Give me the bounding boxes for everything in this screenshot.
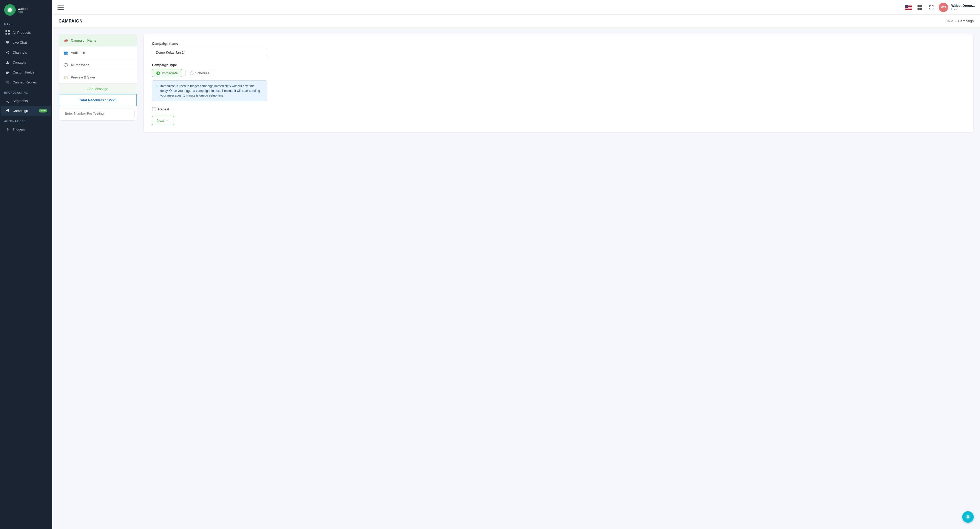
- channel-icon: [5, 50, 10, 55]
- sidebar-item-segments[interactable]: Segments: [1, 96, 51, 106]
- campaign-type-radio-group: Immediate Schedule: [152, 69, 965, 77]
- total-receivers-button[interactable]: Total Receivers : 12725: [59, 94, 137, 106]
- svg-rect-29: [920, 8, 922, 10]
- sidebar-item-all-products[interactable]: All Products: [1, 27, 51, 37]
- step-audience-label: Audience: [71, 51, 85, 55]
- user-role: User: [951, 8, 975, 11]
- header: WD Wabot Demo... User: [52, 0, 980, 14]
- add-message-button[interactable]: Add Message: [59, 83, 137, 94]
- content-area: 📣 Campaign Name 👥 Audience 💬 #1 Message …: [52, 28, 980, 139]
- sidebar-item-contacts[interactable]: Contacts: [1, 57, 51, 67]
- repeat-label: Repeat: [158, 107, 169, 111]
- campaign-icon: [5, 108, 10, 113]
- support-chat-button[interactable]: [962, 511, 974, 523]
- svg-rect-5: [5, 30, 7, 32]
- sidebar-item-label: Segments: [13, 99, 47, 103]
- svg-rect-8: [8, 33, 10, 35]
- svg-line-13: [7, 53, 8, 53]
- sidebar-item-campaign[interactable]: Campaign New: [1, 106, 51, 116]
- svg-rect-7: [5, 33, 7, 35]
- logo-badge: PRO: [18, 11, 28, 13]
- message-icon: 💬: [64, 62, 68, 67]
- breadcrumb: CRM » Campaign: [945, 19, 974, 23]
- chat-icon: [5, 40, 10, 45]
- sidebar-item-label: Live Chat: [13, 41, 47, 45]
- svg-rect-25: [905, 5, 908, 8]
- audience-icon: 👥: [64, 50, 68, 55]
- broadcasting-section-label: BROADCASTING: [0, 87, 52, 96]
- radio-schedule[interactable]: Schedule: [185, 69, 214, 77]
- svg-rect-15: [6, 71, 10, 72]
- step-preview-save[interactable]: 📋 Preview & Save: [59, 71, 137, 83]
- sidebar-item-label: Triggers: [13, 127, 47, 131]
- radio-immediate-label: Immediate: [162, 71, 178, 75]
- step-audience[interactable]: 👥 Audience: [59, 46, 137, 59]
- sidebar-item-triggers[interactable]: Triggers: [1, 124, 51, 134]
- sidebar: wabot PRO MENU All Products Live Chat Ch…: [0, 0, 52, 529]
- svg-point-33: [968, 516, 969, 517]
- campaign-name-label: Campaign name: [152, 41, 965, 46]
- campaign-name-group: Campaign name: [152, 41, 965, 57]
- campaign-name-input[interactable]: [152, 48, 267, 57]
- step-campaign-name[interactable]: 📣 Campaign Name: [59, 34, 137, 46]
- logo: wabot PRO: [0, 0, 52, 19]
- next-label: Next: [157, 118, 164, 123]
- sidebar-item-label: Canned Replies: [13, 80, 47, 84]
- steps-panel: 📣 Campaign Name 👥 Audience 💬 #1 Message …: [59, 34, 137, 121]
- breadcrumb-separator: »: [955, 19, 957, 23]
- grid-icon: [5, 30, 10, 35]
- grid-view-button[interactable]: [916, 3, 924, 11]
- sidebar-item-label: Contacts: [13, 61, 47, 64]
- step-campaign-name-label: Campaign Name: [71, 38, 97, 42]
- sidebar-item-channels[interactable]: Channels: [1, 47, 51, 57]
- sidebar-item-custom-fields[interactable]: Custom Fields: [1, 67, 51, 77]
- svg-point-4: [10, 10, 11, 10]
- repeat-checkbox[interactable]: [152, 107, 156, 111]
- step-message-1[interactable]: 💬 #1 Message: [59, 59, 137, 71]
- sidebar-item-label: Campaign: [13, 109, 39, 113]
- header-right: WD Wabot Demo... User: [904, 3, 975, 12]
- testing-number-input[interactable]: [61, 108, 135, 118]
- next-arrow-icon: →: [165, 118, 169, 123]
- avatar: WD: [939, 3, 948, 12]
- next-button[interactable]: Next →: [152, 116, 174, 125]
- svg-point-32: [968, 516, 968, 517]
- segment-icon: [5, 98, 10, 103]
- sidebar-item-canned-replies[interactable]: Canned Replies: [1, 77, 51, 87]
- logo-icon: [4, 4, 16, 16]
- sidebar-item-label: Channels: [13, 51, 47, 54]
- contact-icon: [5, 60, 10, 65]
- svg-rect-26: [918, 5, 920, 7]
- language-selector[interactable]: [904, 3, 913, 11]
- svg-point-11: [8, 53, 9, 54]
- user-name: Wabot Demo...: [951, 4, 975, 8]
- svg-rect-16: [6, 72, 10, 73]
- page-title: CAMPAIGN: [59, 19, 83, 24]
- svg-rect-28: [918, 8, 920, 10]
- svg-rect-27: [920, 5, 922, 7]
- user-info: Wabot Demo... User: [951, 4, 975, 11]
- menu-toggle-button[interactable]: [57, 5, 64, 10]
- breadcrumb-crm[interactable]: CRM: [945, 19, 953, 23]
- fullscreen-button[interactable]: [927, 3, 935, 11]
- campaign-type-group: Campaign Type Immediate Schedule ℹ: [152, 63, 965, 101]
- form-panel: Campaign name Campaign Type Immediate Sc…: [143, 34, 974, 133]
- radio-schedule-dot: [190, 72, 194, 75]
- main: WD Wabot Demo... User CAMPAIGN CRM » Cam…: [52, 0, 980, 529]
- menu-section-label: MENU: [0, 19, 52, 27]
- radio-immediate-dot: [156, 72, 160, 75]
- campaign-new-badge: New: [39, 109, 47, 113]
- sidebar-item-live-chat[interactable]: Live Chat: [1, 37, 51, 47]
- svg-point-3: [10, 10, 10, 10]
- svg-rect-24: [905, 9, 912, 10]
- svg-point-2: [9, 10, 10, 10]
- fields-icon: [5, 70, 10, 75]
- step-preview-label: Preview & Save: [71, 75, 95, 79]
- svg-point-9: [6, 52, 7, 53]
- radio-immediate[interactable]: Immediate: [152, 69, 182, 77]
- svg-rect-22: [905, 8, 912, 8]
- info-text: Immediate is used to trigger campaign im…: [160, 84, 262, 98]
- radio-schedule-label: Schedule: [195, 71, 210, 75]
- svg-rect-17: [6, 73, 8, 74]
- info-box: ℹ Immediate is used to trigger campaign …: [152, 80, 267, 101]
